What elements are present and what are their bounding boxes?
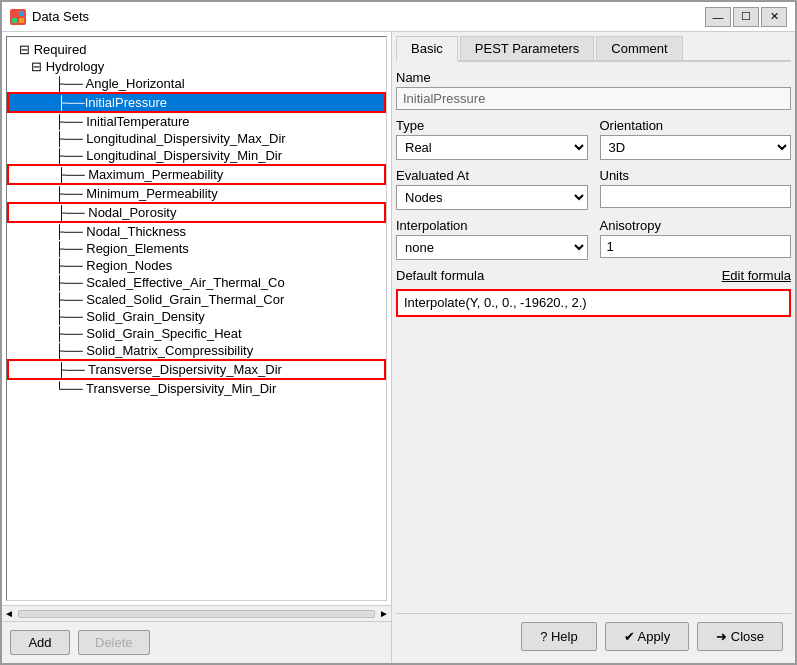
- close-button[interactable]: ➜ Close: [697, 622, 783, 651]
- type-label: Type: [396, 118, 588, 133]
- tree-item-trans-disp-min[interactable]: └── Transverse_Dispersivity_Min_Dir: [7, 380, 386, 397]
- tree-root-required[interactable]: ⊟ Required: [7, 41, 386, 58]
- tree-connector-angle: ├──: [55, 76, 86, 91]
- bottom-buttons: ? Help ✔ Apply ➜ Close: [396, 613, 791, 659]
- svg-rect-0: [12, 11, 17, 16]
- evaluated-at-select[interactable]: Nodes Elements: [396, 185, 588, 210]
- title-controls: — ☐ ✕: [705, 7, 787, 27]
- tree-item-scaled-solid-grain[interactable]: ├── Scaled_Solid_Grain_Thermal_Cor: [7, 291, 386, 308]
- tree-connector-nodpor: ├──: [57, 205, 88, 220]
- formula-box[interactable]: Interpolate(Y, 0., 0., -19620., 2.): [396, 289, 791, 317]
- app-icon: [10, 9, 26, 25]
- scroll-right-btn[interactable]: ►: [379, 608, 389, 619]
- tree-connector-it: ├──: [55, 114, 86, 129]
- title-bar-left: Data Sets: [10, 9, 89, 25]
- orientation-label: Orientation: [600, 118, 792, 133]
- tree-connector-rnod: ├──: [55, 258, 86, 273]
- interp-aniso-row: Interpolation none linear nearest Anisot…: [396, 218, 791, 260]
- scroll-left-btn[interactable]: ◄: [4, 608, 14, 619]
- tree-item-region-nodes[interactable]: ├── Region_Nodes: [7, 257, 386, 274]
- units-label: Units: [600, 168, 792, 183]
- left-buttons-area: Add Delete: [2, 621, 391, 663]
- tree-item-angle-horizontal[interactable]: ├── Angle_Horizontal: [7, 75, 386, 92]
- tree-item-long-disp-max[interactable]: ├── Longitudinal_Dispersivity_Max_Dir: [7, 130, 386, 147]
- evaluated-col: Evaluated At Nodes Elements: [396, 168, 588, 210]
- evaluated-units-row: Evaluated At Nodes Elements Units: [396, 168, 791, 210]
- tab-pest-parameters[interactable]: PEST Parameters: [460, 36, 595, 60]
- add-button[interactable]: Add: [10, 630, 70, 655]
- close-window-button[interactable]: ✕: [761, 7, 787, 27]
- tree-item-trans-disp-max[interactable]: ├── Transverse_Dispersivity_Max_Dir: [7, 359, 386, 380]
- name-section: Name: [396, 70, 791, 110]
- tree-connector-ldmin: ├──: [55, 148, 86, 163]
- horizontal-scrollbar[interactable]: ◄ ►: [2, 605, 391, 621]
- tree-item-nodal-porosity[interactable]: ├── Nodal_Porosity: [7, 202, 386, 223]
- tree-item-region-elements[interactable]: ├── Region_Elements: [7, 240, 386, 257]
- default-formula-label: Default formula: [396, 268, 484, 283]
- tree-item-nodal-thickness[interactable]: ├── Nodal_Thickness: [7, 223, 386, 240]
- tree-connector-ip: ├──: [57, 95, 85, 110]
- anisotropy-label: Anisotropy: [600, 218, 792, 233]
- tree-label-initial-pressure: InitialPressure: [85, 95, 167, 110]
- units-input[interactable]: [600, 185, 792, 208]
- content-area: ⊟ Required ⊟ Hydrology ├── Angle_Horizon…: [2, 32, 795, 663]
- tree-connector-nodthick: ├──: [55, 224, 86, 239]
- tree-item-scaled-air-thermal[interactable]: ├── Scaled_Effective_Air_Thermal_Co: [7, 274, 386, 291]
- interpolation-select[interactable]: none linear nearest: [396, 235, 588, 260]
- tree-connector-rele: ├──: [55, 241, 86, 256]
- anisotropy-col: Anisotropy: [600, 218, 792, 260]
- tree-connector-sgd: ├──: [55, 309, 86, 324]
- tree-item-max-perm[interactable]: ├── Maximum_Permeability: [7, 164, 386, 185]
- anisotropy-input[interactable]: [600, 235, 792, 258]
- type-select[interactable]: Real Integer String: [396, 135, 588, 160]
- interpolation-label: Interpolation: [396, 218, 588, 233]
- edit-formula-label[interactable]: Edit formula: [722, 268, 791, 283]
- tree-item-initial-pressure[interactable]: ├── InitialPressure: [7, 92, 386, 113]
- tab-basic[interactable]: Basic: [396, 36, 458, 62]
- tree-item-long-disp-min[interactable]: ├── Longitudinal_Dispersivity_Min_Dir: [7, 147, 386, 164]
- formula-value: Interpolate(Y, 0., 0., -19620., 2.): [404, 295, 587, 310]
- tree-connector-minperm: ├──: [55, 186, 86, 201]
- tree-item-solid-matrix-comp[interactable]: ├── Solid_Matrix_Compressibility: [7, 342, 386, 359]
- tree-item-min-perm[interactable]: ├── Minimum_Permeability: [7, 185, 386, 202]
- tab-comment[interactable]: Comment: [596, 36, 682, 60]
- spacer: [396, 317, 791, 613]
- tree-connector-ssg: ├──: [55, 292, 86, 307]
- maximize-button[interactable]: ☐: [733, 7, 759, 27]
- type-orientation-row: Type Real Integer String Orientation 3D …: [396, 118, 791, 160]
- type-col: Type Real Integer String: [396, 118, 588, 160]
- main-window: Data Sets — ☐ ✕ ⊟ Required ⊟ Hydrology: [0, 0, 797, 665]
- help-button[interactable]: ? Help: [521, 622, 597, 651]
- tree-connector-smc: ├──: [55, 343, 86, 358]
- orientation-col: Orientation 3D 2D: [600, 118, 792, 160]
- svg-rect-3: [19, 18, 24, 23]
- svg-rect-2: [12, 18, 17, 23]
- apply-button[interactable]: ✔ Apply: [605, 622, 689, 651]
- tree-item-solid-grain-heat[interactable]: ├── Solid_Grain_Specific_Heat: [7, 325, 386, 342]
- minimize-button[interactable]: —: [705, 7, 731, 27]
- evaluated-at-label: Evaluated At: [396, 168, 588, 183]
- left-panel: ⊟ Required ⊟ Hydrology ├── Angle_Horizon…: [2, 32, 392, 663]
- tabs: Basic PEST Parameters Comment: [396, 36, 791, 62]
- fields-area: Name Type Real Integer String Orient: [396, 70, 791, 317]
- interpolation-col: Interpolation none linear nearest: [396, 218, 588, 260]
- expand-hydrology-icon: ⊟: [31, 59, 46, 74]
- tree-connector-ldmax: ├──: [55, 131, 86, 146]
- scroll-track[interactable]: [18, 610, 375, 618]
- expand-required-icon: ⊟: [19, 42, 34, 57]
- orientation-select[interactable]: 3D 2D: [600, 135, 792, 160]
- tree-area[interactable]: ⊟ Required ⊟ Hydrology ├── Angle_Horizon…: [6, 36, 387, 601]
- name-input[interactable]: [396, 87, 791, 110]
- tree-connector-sgh: ├──: [55, 326, 86, 341]
- window-title: Data Sets: [32, 9, 89, 24]
- tree-item-solid-grain-density[interactable]: ├── Solid_Grain_Density: [7, 308, 386, 325]
- tree-connector-tdmax: ├──: [57, 362, 88, 377]
- tree-group-hydrology[interactable]: ⊟ Hydrology: [7, 58, 386, 75]
- units-col: Units: [600, 168, 792, 210]
- delete-button[interactable]: Delete: [78, 630, 150, 655]
- tree-connector-tdmin: └──: [55, 381, 86, 396]
- tree-item-initial-temperature[interactable]: ├── InitialTemperature: [7, 113, 386, 130]
- title-bar: Data Sets — ☐ ✕: [2, 2, 795, 32]
- right-panel: Basic PEST Parameters Comment Name: [392, 32, 795, 663]
- name-label: Name: [396, 70, 791, 85]
